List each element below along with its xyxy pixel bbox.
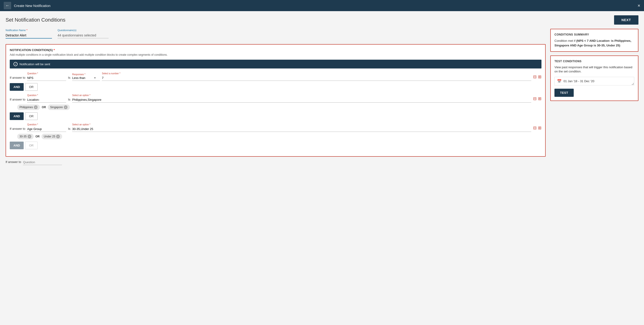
summary-title: CONDITIONS SUMMARY — [554, 33, 634, 36]
number-input-1[interactable] — [102, 75, 531, 81]
and-button-1[interactable]: AND — [10, 83, 24, 91]
if-answer-label-1: If answer to — [10, 76, 25, 81]
questionnaires-label: Questionnaire(s) — [58, 29, 108, 32]
option-group-3: Select an option * — [72, 123, 531, 132]
is-label-2: Is — [68, 98, 70, 103]
remove-condition-1[interactable]: ⊟ — [533, 74, 536, 79]
condition-row-3: If answer to Question * Is Select an opt… — [10, 123, 542, 132]
conditions-box: NOTIFICATION CONDITION(S) * Add multiple… — [6, 44, 546, 157]
date-range-row[interactable]: 📅 01 Jan '18 - 31 Dec '20 — [554, 77, 634, 85]
test-description: View past responses that will trigger th… — [554, 65, 634, 74]
question-group-2: Question * — [27, 94, 66, 103]
back-icon: ← — [5, 3, 10, 8]
top-bar: ← Create New Notification × — [0, 0, 644, 11]
page-title: Set Notification Conditions — [6, 17, 66, 23]
plus-icon-2: ⊞ — [538, 96, 542, 101]
conditions-summary-box: CONDITIONS SUMMARY Condition met if (NPS… — [550, 29, 638, 52]
remove-tag-3035[interactable]: × — [28, 135, 31, 138]
condition-row-1: If answer to Question * Is Responses * L… — [10, 72, 542, 81]
or-button-1[interactable]: OR — [25, 83, 38, 91]
if-answer-label-2: If answer to — [10, 98, 25, 103]
resize-handle — [632, 83, 634, 85]
tag-or-2a: OR — [42, 106, 46, 109]
notification-bar: ✓ Notification will be sent — [10, 60, 542, 69]
date-range-text: 01 Jan '18 - 31 Dec '20 — [564, 79, 632, 83]
question-input-3[interactable] — [27, 126, 66, 132]
question-input-1[interactable] — [27, 75, 66, 81]
question-input-2[interactable] — [27, 97, 66, 103]
tags-row-3: 30-35 × OR Under 25 × — [17, 134, 542, 139]
plus-icon-1: ⊞ — [538, 74, 542, 79]
dropdown-arrow-1: ▼ — [94, 77, 96, 79]
next-button[interactable]: NEXT — [614, 15, 638, 25]
tag-or-3a: OR — [36, 135, 40, 138]
responses-dropdown-1[interactable]: Less than Greater than Equal to ▼ — [72, 76, 100, 81]
notification-name-group: Notification Name * — [6, 29, 52, 39]
is-label-3: Is — [68, 127, 70, 132]
add-condition-1[interactable]: ⊞ — [538, 74, 542, 79]
tag-under25: Under 25 × — [42, 134, 62, 139]
test-button[interactable]: TEST — [554, 89, 574, 97]
notification-name-input[interactable] — [6, 33, 52, 39]
page-header: Set Notification Conditions NEXT — [0, 11, 644, 29]
bottom-question-group — [23, 159, 62, 165]
calendar-icon: 📅 — [557, 79, 562, 83]
remove-tag-philippines[interactable]: × — [34, 105, 38, 109]
main-layout: Notification Name * Questionnaire(s) NOT… — [0, 29, 644, 171]
if-answer-label-3: If answer to — [10, 127, 25, 132]
notification-name-label: Notification Name * — [6, 29, 52, 32]
and-button-3[interactable]: AND — [10, 142, 24, 149]
remove-tag-under25[interactable]: × — [56, 135, 60, 138]
bottom-if-row: If answer to — [6, 159, 546, 165]
remove-condition-2[interactable]: ⊟ — [533, 96, 536, 101]
and-or-row-1: AND OR — [10, 83, 542, 91]
or-button-3[interactable]: OR — [25, 142, 38, 149]
tags-row-2: Philippines × OR Singapore × — [17, 105, 542, 110]
remove-condition-3[interactable]: ⊟ — [533, 125, 536, 130]
number-group-1: Select a number * — [102, 72, 531, 81]
conditions-title: NOTIFICATION CONDITION(S) * — [10, 48, 542, 52]
minus-icon-2: ⊟ — [533, 96, 536, 101]
add-condition-3[interactable]: ⊞ — [538, 125, 542, 130]
close-icon: × — [638, 3, 640, 8]
back-button[interactable]: ← — [4, 2, 11, 9]
is-label-1: Is — [68, 76, 70, 81]
form-fields-row: Notification Name * Questionnaire(s) — [6, 29, 546, 40]
question-group-1: Question * — [27, 72, 66, 81]
summary-text: Condition met if (NPS < 7 AND Location- … — [554, 39, 634, 48]
tag-3035: 30-35 × — [17, 134, 34, 139]
bottom-question-input[interactable] — [23, 159, 62, 165]
condition-actions-2: ⊟ ⊞ — [533, 96, 542, 103]
and-or-row-3: AND OR — [10, 142, 542, 149]
option-group-2: Select an option * — [72, 94, 531, 103]
condition-actions-1: ⊟ ⊞ — [533, 74, 542, 81]
window-title: Create New Notification — [14, 4, 50, 8]
minus-icon-3: ⊟ — [533, 125, 536, 130]
tag-singapore: Singapore × — [48, 105, 70, 110]
remove-tag-singapore[interactable]: × — [64, 105, 68, 109]
plus-icon-3: ⊞ — [538, 125, 542, 130]
questionnaires-input[interactable] — [58, 33, 108, 38]
tag-philippines: Philippines × — [17, 105, 40, 110]
responses-group-1: Responses * Less than Greater than Equal… — [72, 73, 100, 81]
condition-actions-3: ⊟ ⊞ — [533, 125, 542, 132]
left-panel: Notification Name * Questionnaire(s) NOT… — [6, 29, 546, 165]
add-condition-2[interactable]: ⊞ — [538, 96, 542, 101]
and-or-row-2: AND OR — [10, 112, 542, 120]
notif-bar-text: Notification will be sent — [20, 63, 50, 66]
responses-select-1[interactable]: Less than Greater than Equal to — [72, 76, 93, 80]
bottom-if-label: If answer to — [6, 160, 21, 165]
and-button-2[interactable]: AND — [10, 112, 24, 120]
right-panel: CONDITIONS SUMMARY Condition met if (NPS… — [550, 29, 638, 101]
option-input-2[interactable] — [72, 97, 531, 103]
condition-row-2: If answer to Question * Is Select an opt… — [10, 94, 542, 103]
check-icon: ✓ — [14, 62, 18, 66]
test-title: TEST CONDITIONS — [554, 60, 634, 63]
close-button[interactable]: × — [638, 3, 640, 8]
question-group-3: Question * — [27, 123, 66, 132]
questionnaires-group: Questionnaire(s) — [58, 29, 108, 39]
conditions-description: Add multiple conditions in a single noti… — [10, 53, 542, 56]
option-input-3[interactable] — [72, 126, 531, 132]
minus-icon-1: ⊟ — [533, 74, 536, 79]
or-button-2[interactable]: OR — [25, 112, 38, 120]
